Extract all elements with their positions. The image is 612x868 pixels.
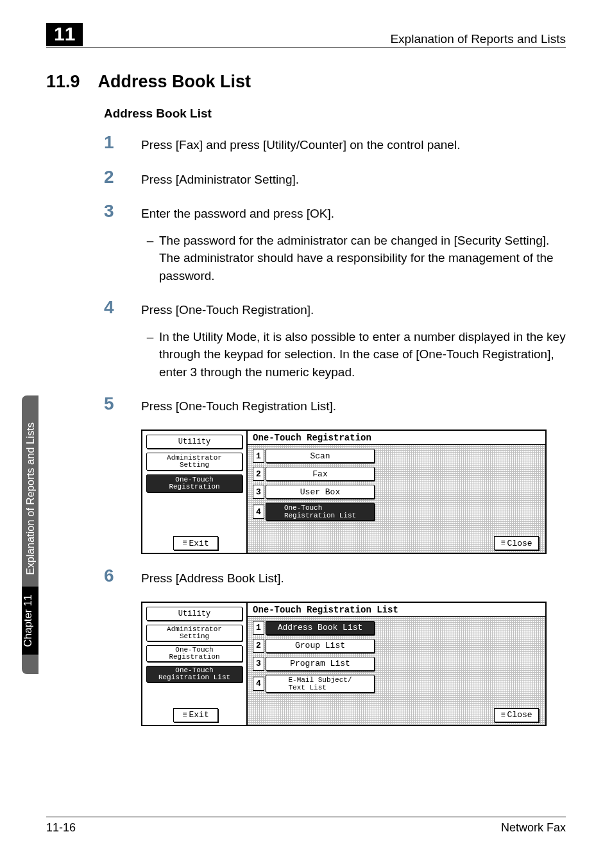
step-6: 6 Press [Address Book List].: [104, 567, 566, 587]
menu-row-grouplist: 2 Group List: [253, 639, 540, 653]
step-4: 4 Press [One-Touch Registration]. – In t…: [104, 299, 566, 381]
crumb-admin-setting[interactable]: Administrator Setting: [146, 453, 242, 471]
section-title-text: Address Book List: [98, 72, 251, 91]
menu-row-addressbook: 1 Address Book List: [253, 621, 540, 635]
crumb-one-touch-registration-list[interactable]: One-Touch Registration List: [146, 666, 242, 682]
step-3-text: Enter the password and press [OK].: [141, 207, 334, 220]
step-5-text: Press [One-Touch Registration List].: [141, 395, 336, 415]
step-3: 3 Enter the password and press [OK]. – T…: [104, 202, 566, 284]
panel-title: One-Touch Registration List: [248, 603, 545, 617]
menu-row-scan: 1 Scan: [253, 449, 540, 463]
menu-index-3: 3: [253, 485, 264, 499]
crumb-utility[interactable]: Utility: [146, 435, 242, 449]
menu-index-1: 1: [253, 449, 264, 463]
menu-index-4: 4: [253, 505, 264, 519]
panel-body: 1 Scan 2 Fax 3 User Box 4 One-Touch Regi…: [248, 445, 545, 553]
step-1-number: 1: [104, 134, 141, 154]
dash-icon: –: [141, 232, 159, 285]
crumb-utility[interactable]: Utility: [146, 607, 242, 621]
menu-index-4: 4: [253, 677, 264, 691]
close-button[interactable]: Close: [494, 536, 539, 550]
group-list-button[interactable]: Group List: [266, 639, 375, 653]
email-subject-text-list-button[interactable]: E-Mail Subject/ Text List: [266, 675, 375, 693]
step-2-number: 2: [104, 168, 141, 189]
menu-row-reglist: 4 One-Touch Registration List: [253, 503, 540, 521]
crumb-admin-setting[interactable]: Administrator Setting: [146, 625, 242, 641]
step-4-body: Press [One-Touch Registration]. – In the…: [141, 299, 566, 381]
menu-index-3: 3: [253, 657, 264, 671]
program-list-button[interactable]: Program List: [266, 657, 375, 671]
section-title: 11.9 Address Book List: [46, 72, 251, 92]
crumb-one-touch-registration[interactable]: One-Touch Registration: [146, 645, 242, 662]
header-line: 11 Explanation of Reports and Lists: [46, 23, 566, 48]
footer-doc-title: Network Fax: [501, 821, 566, 835]
side-tab-chapter: Chapter 11: [22, 587, 38, 655]
page-footer: 11-16 Network Fax: [46, 817, 566, 835]
menu-index-1: 1: [253, 621, 264, 635]
step-4-subtext: In the Utility Mode, it is also possible…: [159, 328, 566, 381]
panel-title: One-Touch Registration: [248, 431, 545, 445]
menu-row-emailsubject: 4 E-Mail Subject/ Text List: [253, 675, 540, 693]
exit-button[interactable]: Exit: [173, 536, 218, 550]
breadcrumb-sidebar: Utility Administrator Setting One-Touch …: [142, 603, 248, 725]
screenshot-one-touch-registration-list: Utility Administrator Setting One-Touch …: [141, 602, 566, 726]
subsection-title: Address Book List: [104, 107, 212, 121]
crumb-one-touch-registration[interactable]: One-Touch Registration: [146, 474, 242, 492]
menu-row-userbox: 3 User Box: [253, 485, 540, 499]
step-3-body: Enter the password and press [OK]. – The…: [141, 202, 566, 284]
header-right-text: Explanation of Reports and Lists: [390, 32, 566, 46]
step-5-number: 5: [104, 395, 141, 415]
step-4-number: 4: [104, 299, 141, 381]
panel-right: One-Touch Registration 1 Scan 2 Fax 3 Us…: [248, 431, 545, 553]
step-2: 2 Press [Administrator Setting].: [104, 168, 566, 189]
exit-button[interactable]: Exit: [173, 708, 218, 722]
step-2-text: Press [Administrator Setting].: [141, 168, 299, 189]
side-tab: Explanation of Reports and Lists Chapter…: [22, 395, 38, 674]
screenshot-one-touch-registration: Utility Administrator Setting One-Touch …: [141, 430, 566, 554]
page-header: 11 Explanation of Reports and Lists: [0, 23, 612, 48]
fax-button[interactable]: Fax: [266, 467, 375, 481]
steps-list: 1 Press [Fax] and press [Utility/Counter…: [104, 134, 566, 739]
address-book-list-button[interactable]: Address Book List: [266, 621, 375, 635]
section-number: 11.9: [46, 72, 94, 92]
step-6-text: Press [Address Book List].: [141, 567, 284, 587]
step-4-text: Press [One-Touch Registration].: [141, 303, 314, 317]
menu-row-programlist: 3 Program List: [253, 657, 540, 671]
dash-icon: –: [141, 328, 159, 381]
footer-page-number: 11-16: [46, 821, 76, 835]
user-box-button[interactable]: User Box: [266, 485, 375, 499]
scan-button[interactable]: Scan: [266, 449, 375, 463]
ui-panel-b: Utility Administrator Setting One-Touch …: [141, 602, 547, 726]
close-button[interactable]: Close: [494, 708, 539, 722]
one-touch-registration-list-button[interactable]: One-Touch Registration List: [266, 503, 375, 521]
chapter-badge: 11: [46, 23, 83, 46]
side-tab-title: Explanation of Reports and Lists: [24, 415, 37, 583]
menu-row-fax: 2 Fax: [253, 467, 540, 481]
step-6-number: 6: [104, 567, 141, 587]
step-1: 1 Press [Fax] and press [Utility/Counter…: [104, 134, 566, 154]
step-4-subitem: – In the Utility Mode, it is also possib…: [141, 328, 566, 381]
panel-body: 1 Address Book List 2 Group List 3 Progr…: [248, 617, 545, 725]
breadcrumb-sidebar: Utility Administrator Setting One-Touch …: [142, 431, 248, 553]
step-1-text: Press [Fax] and press [Utility/Counter] …: [141, 134, 460, 154]
step-3-subitem: – The password for the administrator can…: [141, 232, 566, 285]
ui-panel-a: Utility Administrator Setting One-Touch …: [141, 430, 547, 554]
step-5: 5 Press [One-Touch Registration List].: [104, 395, 566, 415]
menu-index-2: 2: [253, 639, 264, 653]
step-3-subtext: The password for the administrator can b…: [159, 232, 566, 285]
panel-right: One-Touch Registration List 1 Address Bo…: [248, 603, 545, 725]
step-3-number: 3: [104, 202, 141, 284]
menu-index-2: 2: [253, 467, 264, 481]
